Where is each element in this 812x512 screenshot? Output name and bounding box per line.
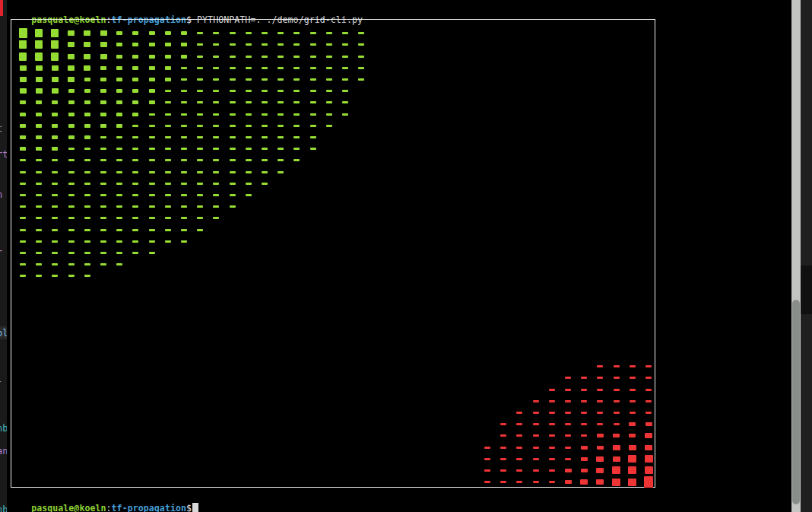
green-cell-glyph [52,124,58,128]
green-cell-glyph [84,240,90,243]
green-cell-glyph [20,113,26,116]
green-cell-glyph [342,56,348,58]
green-cell-glyph [20,217,26,219]
red-cell-glyph [549,469,555,472]
red-cell-glyph [645,445,652,450]
green-cell-glyph [132,252,138,254]
green-cell-glyph [84,275,90,277]
red-cell-glyph [613,445,620,450]
green-cell-glyph [149,217,155,219]
green-cell-glyph [278,171,284,173]
green-cell-glyph [213,113,219,116]
green-cell-glyph [213,101,219,103]
red-cell-glyph [533,400,539,402]
green-cell-glyph [278,101,284,103]
red-cell-glyph [581,423,587,425]
green-cell-glyph [181,31,187,35]
green-cell-glyph [20,275,26,277]
green-cell-glyph [165,240,171,243]
green-cell-glyph [246,101,252,103]
green-cell-glyph [116,55,122,59]
green-cell-glyph [116,263,122,266]
green-cell-glyph [20,77,27,82]
green-cell-glyph [52,147,58,151]
terminal[interactable]: pasquale@koeln:tf-propagation$ PYTHONPAT… [7,0,791,512]
green-cell-glyph [310,32,316,34]
green-cell-glyph [181,67,187,69]
green-cell-glyph [35,40,43,49]
green-cell-glyph [132,113,138,116]
red-cell-glyph [597,365,603,367]
red-cell-glyph [645,412,652,414]
green-cell-glyph [100,183,106,185]
scrollbar-thumb[interactable] [792,300,800,504]
red-cell-glyph [645,400,652,402]
red-cell-glyph [500,481,506,483]
green-cell-glyph [197,136,203,138]
green-cell-glyph [100,205,106,208]
green-cell-glyph [84,54,90,59]
green-cell-glyph [52,240,58,243]
green-cell-glyph [68,124,75,128]
green-cell-glyph [278,67,284,69]
green-cell-glyph [68,100,75,104]
green-cell-glyph [293,159,300,161]
green-cell-glyph [262,183,268,185]
green-cell-glyph [181,159,187,161]
green-cell-glyph [36,159,42,161]
red-cell-glyph [597,389,603,391]
green-cell-glyph [132,66,138,70]
green-cell-glyph [149,125,155,127]
green-cell-glyph [197,183,203,185]
green-cell-glyph [149,205,155,208]
editor-dark-block [801,266,812,314]
green-cell-glyph [165,205,171,208]
green-cell-glyph [68,183,75,185]
green-cell-glyph [100,252,106,254]
red-cell-glyph [630,377,636,379]
green-cell-glyph [293,78,300,81]
green-cell-glyph [19,28,27,38]
green-cell-glyph [246,171,252,173]
green-cell-glyph [100,148,106,150]
green-cell-glyph [84,89,90,93]
green-cell-glyph [100,30,107,36]
red-cell-glyph [580,479,588,485]
red-cell-glyph [533,481,539,483]
green-cell-glyph [68,65,75,71]
green-cell-glyph [36,217,42,219]
green-cell-glyph [181,78,187,81]
green-cell-glyph [310,101,316,103]
red-cell-glyph [516,458,522,460]
green-cell-glyph [293,101,300,103]
green-cell-glyph [165,78,171,81]
green-cell-glyph [197,205,203,208]
green-cell-glyph [84,65,90,71]
green-cell-glyph [100,229,106,231]
prompt-line-bottom: pasquale@koeln:tf-propagation$ [10,491,198,512]
green-cell-glyph [116,66,122,70]
green-cell-glyph [310,148,316,150]
red-cell-glyph [484,447,490,449]
green-cell-glyph [52,183,58,185]
green-cell-glyph [36,135,42,139]
red-cell-glyph [597,423,603,425]
green-cell-glyph [20,183,26,185]
green-cell-glyph [181,125,187,127]
green-cell-glyph [149,183,155,185]
green-cell-glyph [52,252,58,254]
green-cell-glyph [68,252,75,254]
green-cell-glyph [68,89,75,93]
scrollbar[interactable] [791,0,801,512]
clipped-text-fragment: an [0,446,7,456]
green-cell-glyph [326,125,332,127]
green-cell-glyph [84,124,90,128]
green-cell-glyph [84,252,90,254]
green-cell-glyph [181,240,187,243]
green-cell-glyph [84,78,90,81]
green-cell-glyph [230,90,236,92]
green-cell-glyph [116,31,122,35]
green-cell-glyph [149,100,155,104]
green-cell-glyph [213,148,219,150]
green-cell-glyph [116,113,122,116]
